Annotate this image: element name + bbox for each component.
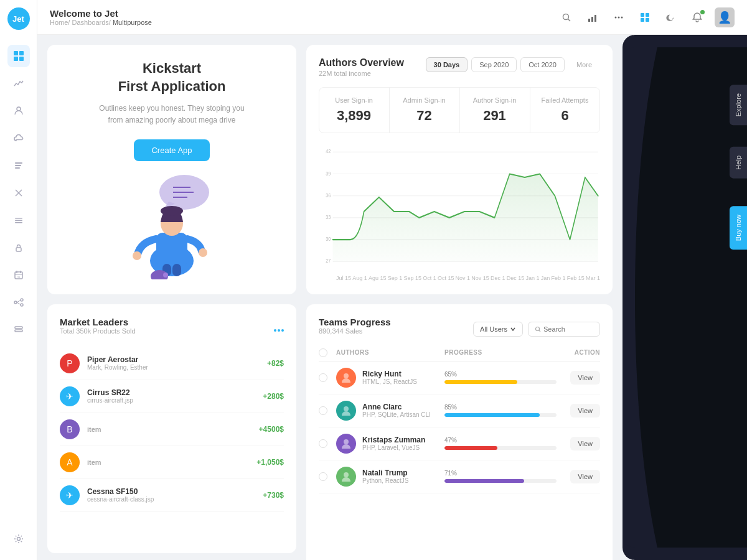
view-button[interactable]: View	[570, 470, 600, 483]
sidebar-item-calendar[interactable]: 31	[7, 264, 30, 286]
notification-icon[interactable]	[688, 9, 706, 26]
create-app-button[interactable]: Create App	[134, 139, 209, 161]
svg-point-62	[344, 439, 349, 444]
teams-header: Teams Progress 890,344 Sales All Users	[319, 317, 600, 342]
progress-bar-bg	[444, 413, 557, 417]
sidebar-item-layers[interactable]	[7, 319, 30, 341]
svg-point-41	[199, 248, 207, 257]
sidebar-item-lock[interactable]	[7, 236, 30, 259]
main-content: Welcome to Jet Home/ Dashboards/ Multipu…	[37, 0, 747, 560]
row-checkbox[interactable]	[319, 439, 336, 448]
stat-author-signin: Author Sign-in 291	[459, 88, 529, 133]
svg-line-19	[17, 302, 21, 305]
author-details: Natali Trump Python, ReactJS	[362, 469, 408, 484]
users-filter-dropdown[interactable]: All Users	[473, 322, 523, 337]
row-checkbox[interactable]	[319, 373, 336, 382]
team-action: View	[557, 371, 600, 385]
svg-point-28	[615, 16, 617, 18]
teams-search-input[interactable]	[543, 325, 593, 333]
sidebar-item-dashboard[interactable]	[7, 45, 30, 67]
more-options-icon[interactable]	[274, 329, 284, 332]
authors-header: Authors Overview 22M total income 30 Day…	[319, 57, 600, 77]
sidebar-item-edit[interactable]	[7, 154, 30, 177]
teams-title: Teams Progress	[319, 317, 391, 327]
tab-sep2020[interactable]: Sep 2020	[471, 57, 517, 72]
more-icon[interactable]	[610, 9, 627, 26]
sidebar-item-close[interactable]	[7, 182, 30, 204]
team-action: View	[557, 470, 600, 483]
svg-point-29	[618, 16, 620, 18]
svg-point-17	[21, 304, 23, 306]
market-value: +4500$	[259, 425, 284, 434]
select-all-checkbox[interactable]	[319, 348, 327, 357]
tab-30days[interactable]: 30 Days	[426, 57, 468, 72]
help-tab[interactable]: Help	[730, 147, 747, 179]
right-sidebar: Explore Help Buy now	[622, 35, 747, 560]
market-info: Cessna SF150 cessna-aircraft-class.jsp	[87, 487, 255, 503]
stats-row: User Sign-in 3,899 Admin Sign-in 72 Auth…	[319, 87, 600, 133]
sidebar-item-user[interactable]	[7, 100, 30, 122]
author-skills: Python, ReactJS	[362, 477, 408, 484]
analytics-icon[interactable]	[584, 9, 601, 26]
svg-rect-6	[15, 218, 22, 219]
view-button[interactable]: View	[570, 404, 600, 418]
svg-rect-43	[172, 264, 181, 276]
stat-admin-signin-value: 72	[400, 108, 449, 124]
svg-point-22	[17, 538, 20, 541]
sidebar-item-chart[interactable]	[7, 72, 30, 95]
th-authors: AUTHORS	[336, 349, 444, 356]
th-progress: PROGRESS	[444, 349, 557, 356]
header: Welcome to Jet Home/ Dashboards/ Multipu…	[37, 0, 747, 35]
sidebar-item-cloud[interactable]	[7, 127, 30, 149]
tab-oct2020[interactable]: Oct 2020	[520, 57, 565, 72]
sidebar-item-menu[interactable]	[7, 209, 30, 231]
theme-toggle[interactable]	[662, 9, 680, 26]
svg-point-63	[344, 472, 349, 477]
author-details: Kristaps Zumman PHP, Laravel, VueJS	[362, 436, 425, 451]
authors-title-block: Authors Overview 22M total income	[319, 57, 404, 77]
progress-bar-fill	[444, 479, 524, 483]
author-avatar	[336, 434, 356, 454]
svg-point-15	[14, 301, 17, 304]
header-left: Welcome to Jet Home/ Dashboards/ Multipu…	[50, 8, 152, 26]
svg-rect-20	[15, 327, 22, 329]
sidebar-logo[interactable]: Jet	[7, 7, 30, 30]
header-right: 👤	[558, 7, 735, 27]
view-button[interactable]: View	[570, 371, 600, 385]
grid-view-icon[interactable]	[636, 9, 654, 26]
buy-now-tab[interactable]: Buy now	[730, 206, 747, 250]
search-icon[interactable]	[558, 9, 575, 26]
market-logo: ✈	[60, 386, 80, 406]
market-item: A item +1,050$	[60, 446, 284, 479]
explore-tab[interactable]: Explore	[730, 85, 747, 125]
author-avatar	[336, 467, 356, 487]
view-button[interactable]: View	[570, 437, 600, 450]
svg-rect-26	[591, 17, 593, 22]
author-avatar	[336, 401, 356, 421]
row-checkbox[interactable]	[319, 472, 336, 481]
team-action: View	[557, 404, 600, 418]
tab-more[interactable]: More	[568, 57, 600, 72]
author-name: Natali Trump	[362, 469, 408, 477]
progress-bar-bg	[444, 446, 557, 450]
svg-text:42: 42	[326, 147, 331, 154]
user-avatar[interactable]: 👤	[715, 7, 735, 27]
market-value: +82$	[267, 359, 284, 368]
svg-rect-37	[156, 233, 187, 267]
market-logo: B	[60, 419, 80, 439]
market-name: Cirrus SR22	[87, 388, 255, 397]
teams-title-block: Teams Progress 890,344 Sales	[319, 317, 391, 342]
teams-controls: All Users	[473, 322, 600, 337]
svg-text:33: 33	[326, 213, 331, 220]
svg-line-18	[17, 301, 21, 303]
authors-tabs: 30 Days Sep 2020 Oct 2020 More	[426, 57, 600, 72]
sidebar-item-nodes[interactable]	[7, 291, 30, 314]
row-checkbox[interactable]	[319, 406, 336, 415]
svg-text:27: 27	[326, 257, 331, 264]
svg-point-40	[133, 251, 141, 260]
stat-admin-signin: Admin Sign-in 72	[389, 88, 459, 133]
sidebar-item-settings[interactable]	[7, 528, 30, 550]
market-name: Piper Aerostar	[87, 355, 260, 364]
team-progress-bar: 85%	[444, 404, 557, 417]
market-info: Cirrus SR22 cirrus-aircraft.jsp	[87, 388, 255, 404]
